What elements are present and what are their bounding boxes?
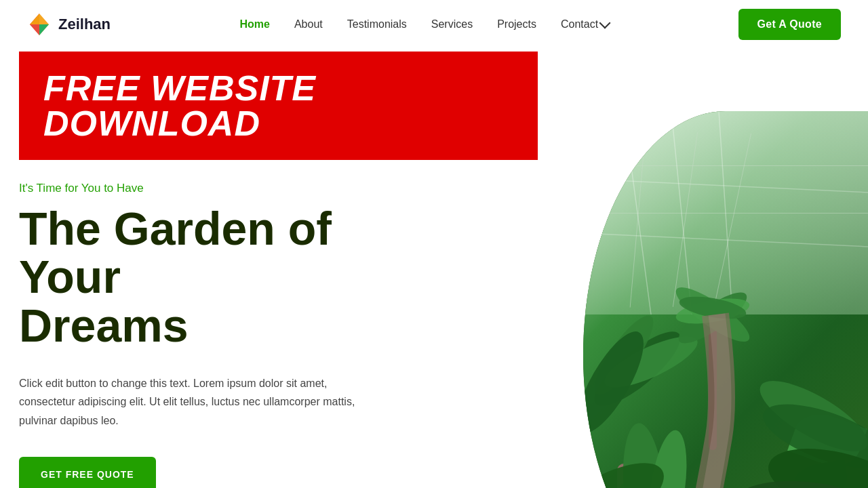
nav-home[interactable]: Home — [239, 18, 269, 30]
hero-image-mask — [583, 111, 868, 488]
nav-contact-label: Contact — [561, 18, 598, 30]
nav-about[interactable]: About — [294, 18, 323, 30]
hero-description: Click edit button to change this text. L… — [19, 374, 372, 430]
nav-testimonials[interactable]: Testimonials — [347, 18, 407, 30]
svg-line-6 — [671, 111, 692, 314]
hero-title: The Garden of Your Dreams — [19, 205, 429, 350]
brand-logo-icon — [27, 12, 52, 37]
free-quote-button[interactable]: GET FREE QUOTE — [19, 457, 156, 488]
nav-projects[interactable]: Projects — [497, 18, 536, 30]
hero-content: It's Time for You to Have The Garden of … — [0, 160, 448, 488]
svg-point-14 — [583, 447, 676, 488]
hero-subtitle: It's Time for You to Have — [19, 182, 429, 195]
main-nav: Home About Testimonials Services Project… — [239, 18, 609, 30]
svg-line-8 — [583, 179, 868, 192]
get-quote-button[interactable]: Get A Quote — [738, 9, 841, 40]
nav-contact[interactable]: Contact — [561, 18, 609, 30]
svg-marker-3 — [39, 24, 49, 35]
svg-marker-4 — [30, 24, 39, 35]
plant-scene — [583, 111, 868, 488]
svg-line-9 — [583, 233, 868, 247]
plants-svg — [583, 111, 868, 488]
hero-image — [583, 111, 868, 488]
hero-title-line2: Dreams — [19, 300, 189, 351]
logo-area[interactable]: Zeilhan — [27, 12, 111, 37]
svg-marker-2 — [30, 14, 39, 24]
hero-title-line1: The Garden of Your — [19, 203, 332, 302]
promo-banner: FREE WEBSITE DOWNLOAD — [19, 52, 538, 160]
nav-services[interactable]: Services — [431, 18, 473, 30]
svg-line-7 — [719, 111, 732, 314]
brand-name: Zeilhan — [58, 16, 111, 33]
svg-line-5 — [624, 111, 651, 314]
hero-section: It's Time for You to Have The Garden of … — [0, 160, 868, 488]
chevron-down-icon — [599, 18, 611, 29]
header: Zeilhan Home About Testimonials Services… — [0, 0, 868, 49]
banner-text: FREE WEBSITE DOWNLOAD — [43, 68, 316, 143]
